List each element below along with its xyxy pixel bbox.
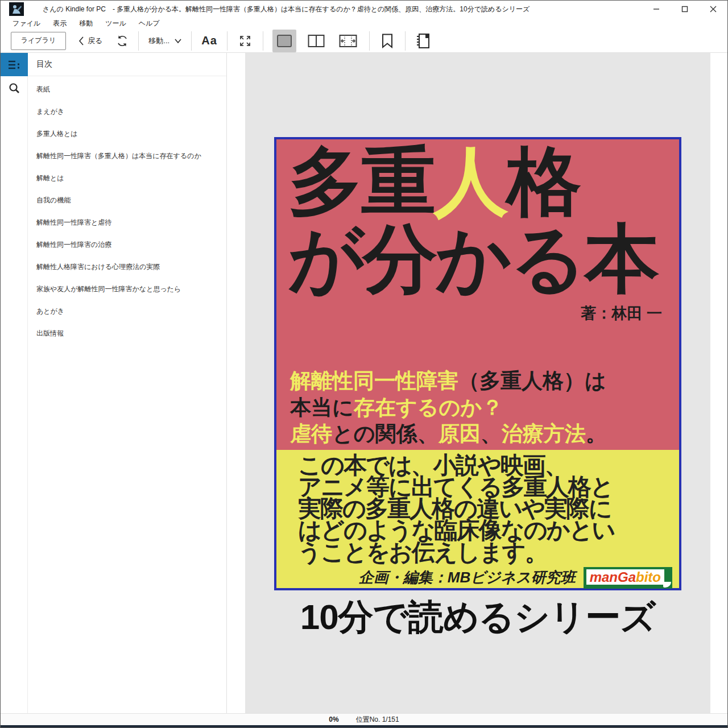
bookmark-button[interactable]: [375, 32, 400, 50]
location-indicator: 位置No. 1/151: [356, 715, 399, 725]
text-segment: 格: [507, 139, 580, 223]
back-label: 戻る: [88, 36, 102, 46]
toc-rail-button[interactable]: [1, 53, 28, 76]
status-bar: 0% 位置No. 1/151: [1, 713, 727, 725]
toc-item[interactable]: 解離性同一性障害（多重人格）は本当に存在するのか: [28, 145, 226, 167]
cover-title-line: が分かる本: [288, 220, 679, 297]
toolbar: ライブラリ 戻る 移動... Aa: [1, 29, 727, 53]
window-title: さんの Kindle for PC - 多重人格が分かる本。解離性同一性障害（多…: [43, 5, 530, 14]
page-width-button[interactable]: [336, 30, 360, 52]
menu-item[interactable]: 移動: [73, 18, 99, 30]
font-settings-button[interactable]: Aa: [197, 32, 222, 50]
window-bottom-edge: [1, 725, 727, 727]
text-segment: 解離性同一性障害: [290, 369, 458, 392]
kindle-window: さんの Kindle for PC - 多重人格が分かる本。解離性同一性障害（多…: [0, 0, 728, 728]
toc-item[interactable]: まえがき: [28, 101, 226, 123]
text-segment: 本当に: [290, 396, 354, 419]
chevron-left-icon: [78, 36, 84, 46]
logo-text-part1: manGa: [590, 569, 636, 585]
chevron-down-icon: [175, 39, 181, 43]
search-icon: [9, 82, 20, 94]
cover-description-line: アニメ等に出てくる多重人格と: [298, 476, 676, 498]
menu-item[interactable]: ツール: [99, 18, 133, 30]
cover-credit-row: 企画・編集：MBビジネス研究班 manGabito: [298, 567, 676, 589]
text-segment: が分かる本: [288, 217, 657, 300]
toc-list: 表紙 まえがき 多重人格とは 解離性同一性障害（多重人格）は本当に存在するのか …: [28, 76, 226, 345]
toolbar-separator: [369, 31, 370, 51]
back-button[interactable]: 戻る: [75, 32, 106, 50]
cover-subtitle-line: 虐待との関係、原因、治療方法。: [290, 421, 607, 448]
toc-item[interactable]: 表紙: [28, 78, 226, 101]
notebook-icon: [416, 33, 431, 49]
table-of-contents-icon: [8, 60, 20, 70]
toc-item[interactable]: 解離性同一性障害と虐待: [28, 212, 226, 234]
cover-credit: 企画・編集：MBビジネス研究班: [359, 568, 576, 588]
toc-item[interactable]: あとがき: [28, 300, 226, 322]
minimize-button[interactable]: [642, 1, 671, 18]
goto-button[interactable]: 移動...: [144, 32, 186, 50]
cover-description-line: この本では、小説や映画、: [298, 454, 676, 476]
toc-item[interactable]: 解離とは: [28, 167, 226, 189]
cover-author: 著：林田 一: [581, 303, 662, 324]
logo-text-part2: bito: [636, 569, 661, 585]
sync-button[interactable]: [111, 32, 133, 50]
menu-bar: ファイル 表示 移動 ツール ヘルプ: [1, 18, 727, 29]
two-page-icon: [308, 34, 325, 48]
text-segment: 原因: [439, 422, 481, 445]
series-title: 10分で読めるシリーズ: [245, 593, 710, 641]
cover-description: この本では、小説や映画、 アニメ等に出てくる多重人格と 実際の多重人格の違いや実…: [298, 454, 676, 563]
left-rail: [1, 53, 28, 713]
logo-speech-tail: [663, 582, 671, 588]
toolbar-separator: [263, 31, 263, 51]
toc-item[interactable]: 自我の機能: [28, 189, 226, 212]
mangabito-logo: manGabito: [584, 567, 672, 589]
cover-subtitle: 解離性同一性障害（多重人格）は 本当に存在するのか？ 虐待との関係、原因、治療方…: [290, 368, 607, 448]
window-controls: [642, 1, 727, 18]
menu-item[interactable]: ファイル: [6, 18, 47, 30]
cover-title-line: 多重人格: [288, 143, 679, 220]
toolbar-separator: [138, 31, 139, 51]
text-segment: 治療方法: [502, 422, 586, 445]
menu-item[interactable]: ヘルプ: [133, 18, 166, 30]
cover-description-box: この本では、小説や映画、 アニメ等に出てくる多重人格と 実際の多重人格の違いや実…: [276, 450, 679, 588]
sync-icon: [115, 34, 129, 48]
text-segment: 存在するのか？: [354, 396, 503, 419]
notebook-button[interactable]: [411, 32, 436, 50]
menu-item[interactable]: 表示: [47, 18, 73, 30]
cover-subtitle-line: 本当に存在するのか？: [290, 395, 607, 421]
cover-description-line: はどのような臨床像なのかとい: [298, 519, 676, 541]
bookmark-icon: [382, 34, 393, 48]
toc-item[interactable]: 多重人格とは: [28, 123, 226, 145]
toc-item[interactable]: 出版情報: [28, 322, 226, 345]
single-page-icon: [276, 34, 292, 48]
toolbar-separator: [227, 31, 228, 51]
search-rail-button[interactable]: [1, 76, 28, 100]
text-segment: 多重: [288, 139, 434, 223]
fullscreen-button[interactable]: [233, 32, 258, 50]
toolbar-separator: [405, 31, 406, 51]
text-segment: との関係、: [332, 422, 439, 445]
fullscreen-icon: [238, 34, 252, 48]
cover-subtitle-line: 解離性同一性障害（多重人格）は: [290, 368, 607, 395]
text-segment: 人: [434, 139, 507, 223]
two-page-view-button[interactable]: [304, 30, 328, 52]
book-cover: 多重人格 が分かる本 著：林田 一 解離性同一性障害（多重人格）は 本当に存在す…: [274, 137, 681, 590]
close-button[interactable]: [699, 1, 727, 18]
text-segment: 、: [481, 422, 502, 445]
maximize-button[interactable]: [671, 1, 699, 18]
progress-percent: 0%: [329, 715, 338, 723]
toc-header: 目次: [28, 53, 226, 76]
single-page-view-button[interactable]: [272, 30, 296, 52]
cover-description-line: うことをお伝えします。: [298, 541, 676, 563]
toc-item[interactable]: 解離性人格障害における心理療法の実際: [28, 256, 226, 278]
page-width-icon: [339, 34, 357, 48]
cover-title: 多重人格 が分かる本: [276, 139, 679, 297]
toc-item[interactable]: 家族や友人が解離性同一性障害かなと思ったら: [28, 278, 226, 300]
library-button[interactable]: ライブラリ: [11, 32, 66, 50]
text-segment: （多重人格）は: [458, 369, 606, 392]
toc-item[interactable]: 解離性同一性障害の治療: [28, 234, 226, 256]
title-bar: さんの Kindle for PC - 多重人格が分かる本。解離性同一性障害（多…: [1, 1, 727, 18]
goto-label: 移動...: [148, 36, 169, 46]
text-segment: 。: [586, 422, 607, 445]
kindle-app-icon: [9, 2, 24, 16]
